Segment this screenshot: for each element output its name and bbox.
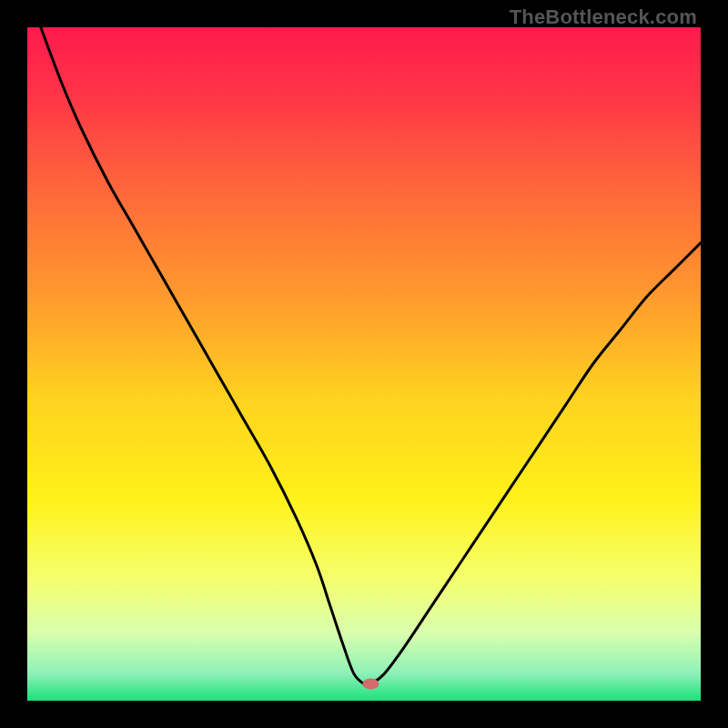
plot-area [27, 27, 701, 701]
optimal-point-marker [362, 679, 379, 690]
watermark-text: TheBottleneck.com [510, 5, 697, 29]
chart-frame: TheBottleneck.com [0, 0, 728, 728]
gradient-background [27, 27, 701, 701]
chart-svg [27, 27, 701, 701]
